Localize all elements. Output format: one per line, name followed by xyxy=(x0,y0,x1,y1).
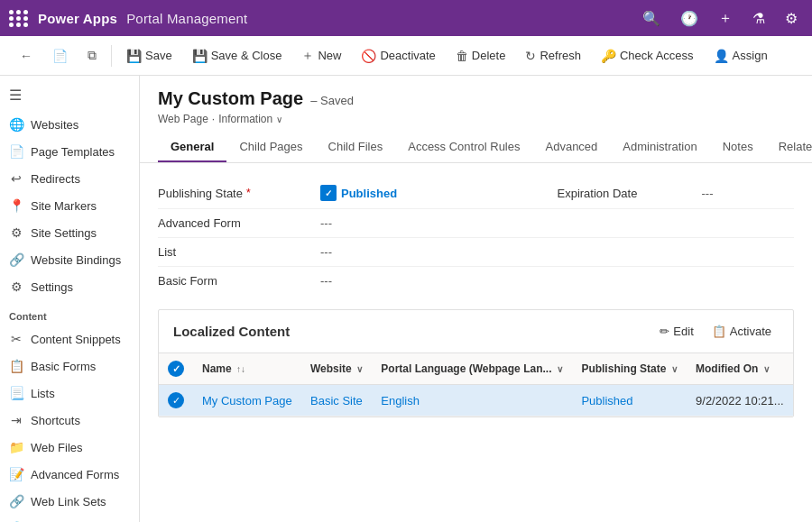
publishing-state-row: Publishing State * ✓ Published Expiratio… xyxy=(158,178,794,209)
command-bar: ← 📄 ⧉ 💾 Save 💾 Save & Close ＋ New 🚫 Deac… xyxy=(0,36,812,76)
sidebar-item-website-bindings[interactable]: 🔗 Website Bindings xyxy=(0,246,139,273)
website-bindings-icon: 🔗 xyxy=(9,252,23,267)
settings-icon[interactable]: ⚙ xyxy=(780,10,803,27)
deactivate-icon: 🚫 xyxy=(361,49,376,63)
popout-icon: ⧉ xyxy=(88,48,97,63)
app-menu-button[interactable] xyxy=(9,10,29,27)
tab-general[interactable]: General xyxy=(158,133,226,162)
row-publishing-state-link[interactable]: Published xyxy=(581,394,632,408)
back-button[interactable]: ← xyxy=(11,44,42,68)
expiration-date-label: Expiration Date xyxy=(558,187,702,200)
sidebar-item-portal-languages[interactable]: 🌍 Portal Languages xyxy=(0,515,139,522)
tab-child-files[interactable]: Child Files xyxy=(316,133,396,162)
content-area: My Custom Page – Saved Web Page · Inform… xyxy=(140,76,812,522)
expiration-date-group: Expiration Date --- xyxy=(558,187,795,200)
hamburger-button[interactable]: ☰ xyxy=(0,79,139,111)
topbar: Power Apps Portal Management 🔍 🕐 ＋ ⚗ ⚙ xyxy=(0,0,812,36)
row-portal-language-cell: English xyxy=(372,385,572,417)
tab-child-pages[interactable]: Child Pages xyxy=(226,133,315,162)
col-modified-on[interactable]: Modified On ∨ xyxy=(687,353,793,385)
sidebar-item-content-snippets[interactable]: ✂ Content Snippets xyxy=(0,325,139,353)
content-section-label: Content xyxy=(0,300,139,325)
new-button[interactable]: ＋ New xyxy=(292,43,350,69)
assign-button[interactable]: 👤 Assign xyxy=(705,44,777,68)
refresh-icon: ↻ xyxy=(525,49,536,63)
advanced-form-label: Advanced Form xyxy=(158,216,320,230)
col-portal-language[interactable]: Portal Language (Webpage Lan... ∨ xyxy=(372,353,572,385)
tab-related[interactable]: Related xyxy=(766,133,812,162)
sidebar-item-redirects[interactable]: ↩ Redirects xyxy=(0,165,139,192)
col-website[interactable]: Website ∨ xyxy=(301,353,372,385)
assign-icon: 👤 xyxy=(714,49,729,63)
row-website-link[interactable]: Basic Site xyxy=(310,394,363,408)
popout-button[interactable]: ⧉ xyxy=(78,43,106,68)
tab-notes[interactable]: Notes xyxy=(710,133,766,162)
search-icon[interactable]: 🔍 xyxy=(637,10,666,27)
sidebar-item-site-settings[interactable]: ⚙ Site Settings xyxy=(0,219,139,246)
deactivate-button[interactable]: 🚫 Deactivate xyxy=(352,44,444,68)
portal-lang-sort-icon: ∨ xyxy=(557,364,563,374)
main-layout: ☰ 🌐 Websites 📄 Page Templates ↩ Redirect… xyxy=(0,76,812,522)
save-button[interactable]: 💾 Save xyxy=(117,44,181,68)
settings-nav-icon: ⚙ xyxy=(9,279,23,294)
save-close-icon: 💾 xyxy=(192,49,208,63)
sidebar-item-web-link-sets[interactable]: 🔗 Web Link Sets xyxy=(0,488,139,515)
clock-icon[interactable]: 🕐 xyxy=(675,10,704,27)
row-publishing-state-cell: Published xyxy=(572,385,687,417)
sidebar-item-shortcuts[interactable]: ⇥ Shortcuts xyxy=(0,407,139,434)
tab-advanced[interactable]: Advanced xyxy=(533,133,611,162)
advanced-form-row: Advanced Form --- xyxy=(158,209,794,238)
sidebar: ☰ 🌐 Websites 📄 Page Templates ↩ Redirect… xyxy=(0,76,140,522)
tab-administration[interactable]: Administration xyxy=(610,133,709,162)
filter-icon[interactable]: ⚗ xyxy=(747,10,770,27)
sidebar-item-advanced-forms[interactable]: 📝 Advanced Forms xyxy=(0,461,139,488)
sidebar-item-websites[interactable]: 🌐 Websites xyxy=(0,111,139,138)
sidebar-item-settings[interactable]: ⚙ Settings xyxy=(0,273,139,300)
publishing-state-label: Publishing State * xyxy=(158,187,320,200)
row-portal-language-link[interactable]: English xyxy=(381,394,420,408)
form-body: Publishing State * ✓ Published Expiratio… xyxy=(140,163,812,309)
page-title: My Custom Page xyxy=(158,88,303,109)
sidebar-item-basic-forms[interactable]: 📋 Basic Forms xyxy=(0,353,139,380)
page-icon: 📄 xyxy=(52,49,68,63)
page-type[interactable]: Web Page xyxy=(158,113,208,125)
publishing-state-value[interactable]: ✓ Published xyxy=(320,185,558,201)
header-checkbox[interactable]: ✓ xyxy=(168,361,184,377)
row-name-link[interactable]: My Custom Page xyxy=(202,394,292,408)
delete-icon: 🗑 xyxy=(456,49,468,63)
table-row: ✓ My Custom Page Basic Site English Publ xyxy=(159,385,793,417)
sidebar-item-lists[interactable]: 📃 Lists xyxy=(0,380,139,407)
lists-icon: 📃 xyxy=(9,386,23,400)
col-name[interactable]: Name ↑↓ xyxy=(193,353,301,385)
new-icon: ＋ xyxy=(301,48,314,64)
list-row: List --- xyxy=(158,238,794,267)
tab-access-control-rules[interactable]: Access Control Rules xyxy=(395,133,532,162)
refresh-button[interactable]: ↻ Refresh xyxy=(516,44,590,68)
sidebar-item-site-markers[interactable]: 📍 Site Markers xyxy=(0,192,139,219)
row-checkbox[interactable]: ✓ xyxy=(168,392,184,408)
page-subtitle: Web Page · Information ∨ xyxy=(158,113,794,125)
save-close-button[interactable]: 💾 Save & Close xyxy=(183,44,291,68)
col-checkbox[interactable]: ✓ xyxy=(159,353,193,385)
site-markers-icon: 📍 xyxy=(9,198,23,213)
list-value: --- xyxy=(320,245,794,259)
plus-icon[interactable]: ＋ xyxy=(713,9,738,28)
check-access-icon: 🔑 xyxy=(601,49,616,63)
content-snippets-icon: ✂ xyxy=(9,332,23,346)
row-checkbox-cell[interactable]: ✓ xyxy=(159,385,193,417)
col-publishing-state[interactable]: Publishing State ∨ xyxy=(572,353,687,385)
sidebar-item-page-templates[interactable]: 📄 Page Templates xyxy=(0,138,139,165)
sidebar-item-web-files[interactable]: 📁 Web Files xyxy=(0,434,139,461)
edit-button[interactable]: ✏ Edit xyxy=(652,321,700,342)
page-view-button[interactable]: 📄 xyxy=(43,44,77,68)
basic-form-value: --- xyxy=(320,274,794,288)
activate-button[interactable]: 📋 Activate xyxy=(705,321,779,342)
row-name-cell: My Custom Page xyxy=(193,385,301,417)
redirects-icon: ↩ xyxy=(9,171,23,186)
delete-button[interactable]: 🗑 Delete xyxy=(447,44,515,68)
view-dropdown-chevron[interactable]: ∨ xyxy=(276,114,282,124)
list-label: List xyxy=(158,245,320,259)
web-link-sets-icon: 🔗 xyxy=(9,494,23,508)
basic-form-label: Basic Form xyxy=(158,274,320,288)
check-access-button[interactable]: 🔑 Check Access xyxy=(592,44,703,68)
